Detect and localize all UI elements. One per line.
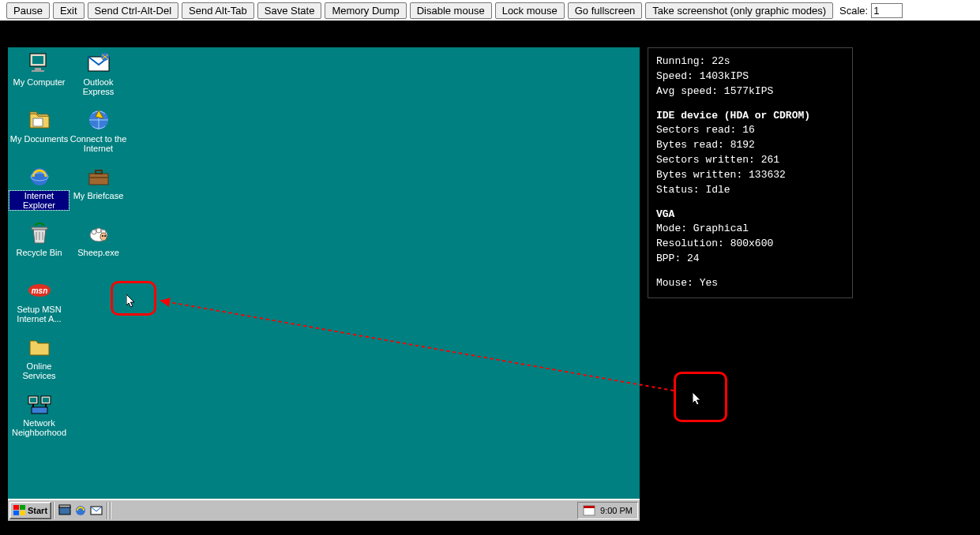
sectors-written-label: Sectors written: xyxy=(656,154,755,166)
scale-input[interactable] xyxy=(871,3,903,18)
send-ctrl-alt-del-button[interactable]: Send Ctrl-Alt-Del xyxy=(88,2,179,19)
internet-explorer-icon[interactable]: Internet Explorer xyxy=(9,163,69,219)
my-documents-icon[interactable]: My Documents xyxy=(9,106,69,163)
lock-mouse-button[interactable]: Lock mouse xyxy=(495,2,565,19)
scheduler-tray-icon[interactable] xyxy=(583,504,595,517)
outlook-ql-icon[interactable] xyxy=(88,503,104,518)
speed-label: Speed: xyxy=(656,70,693,82)
connect-internet-icon[interactable]: Connect to the Internet xyxy=(69,106,128,163)
bytes-written-label: Bytes written: xyxy=(656,169,742,181)
network-neighborhood-icon[interactable]: Network Neighborhood xyxy=(9,390,69,447)
send-alt-tab-button[interactable]: Send Alt-Tab xyxy=(182,2,254,19)
my-computer-icon-label: My Computer xyxy=(13,77,65,87)
exit-button[interactable]: Exit xyxy=(53,2,84,19)
my-computer-icon[interactable]: My Computer xyxy=(9,49,69,106)
svg-rect-2 xyxy=(35,68,41,70)
recycle-bin-icon[interactable]: Recycle Bin xyxy=(9,219,69,276)
bpp-value: 24 xyxy=(687,253,700,264)
svg-rect-24 xyxy=(30,398,36,402)
outlook-express-icon-label: Outlook Express xyxy=(69,77,128,96)
running-label: Running: xyxy=(656,55,705,67)
svg-point-19 xyxy=(102,235,103,237)
svg-rect-26 xyxy=(43,398,49,402)
windows-flag-icon xyxy=(13,505,26,516)
svg-rect-13 xyxy=(32,227,47,230)
svg-rect-6 xyxy=(33,118,43,126)
recycle-bin-icon-label: Recycle Bin xyxy=(16,248,62,257)
svg-rect-12 xyxy=(89,177,108,178)
my-documents-icon-label: My Documents xyxy=(10,134,68,144)
emulator-toolbar: Pause Exit Send Ctrl-Alt-Del Send Alt-Ta… xyxy=(0,0,980,21)
internet-explorer-icon-glyph xyxy=(27,164,52,189)
mouse-label: Mouse: xyxy=(656,277,693,289)
sheep-exe-icon-label: Sheep.exe xyxy=(77,248,119,257)
recycle-bin-icon-glyph xyxy=(27,221,52,246)
svg-point-15 xyxy=(92,230,96,234)
running-value: 22s xyxy=(712,55,730,67)
msn-setup-icon-glyph: msn xyxy=(27,278,52,303)
system-tray[interactable]: 9:00 PM xyxy=(577,502,638,519)
taskbar-clock: 9:00 PM xyxy=(600,506,633,515)
save-state-button[interactable]: Save State xyxy=(257,2,322,19)
bytes-read-label: Bytes read: xyxy=(656,139,724,151)
svg-rect-37 xyxy=(584,506,595,508)
vm-screen[interactable]: My ComputerOutlook ExpressMy DocumentsCo… xyxy=(8,47,640,521)
show-desktop-ql-icon[interactable] xyxy=(57,503,73,518)
pause-button[interactable]: Pause xyxy=(6,2,50,19)
internet-explorer-icon-label: Internet Explorer xyxy=(9,191,69,210)
resolution-label: Resolution: xyxy=(656,238,724,249)
svg-rect-31 xyxy=(20,511,25,515)
msn-setup-icon-label: Setup MSN Internet A... xyxy=(9,305,69,324)
svg-rect-11 xyxy=(96,170,102,174)
sheep-exe-icon-glyph xyxy=(86,221,111,246)
resolution-value: 800x600 xyxy=(730,238,774,249)
online-services-icon-label: Online Services xyxy=(9,361,69,380)
mode-value: Graphical xyxy=(693,223,749,234)
my-computer-icon-glyph xyxy=(27,51,52,76)
svg-rect-3 xyxy=(32,70,44,72)
my-briefcase-icon[interactable]: My Briefcase xyxy=(69,163,128,219)
ie-ql-icon[interactable] xyxy=(73,503,88,518)
start-label: Start xyxy=(28,506,47,515)
scale-label: Scale: xyxy=(839,5,868,17)
windows-desktop[interactable]: My ComputerOutlook ExpressMy DocumentsCo… xyxy=(8,47,640,521)
take-screenshot-button[interactable]: Take screenshot (only graphic modes) xyxy=(645,2,833,19)
svg-point-16 xyxy=(96,228,101,233)
mode-label: Mode: xyxy=(656,223,687,234)
avg-speed-value: 1577kIPS xyxy=(724,85,773,97)
avg-speed-label: Avg speed: xyxy=(656,85,718,97)
outlook-express-icon[interactable]: Outlook Express xyxy=(69,49,128,106)
status-label: Status: xyxy=(656,184,700,196)
bpp-label: BPP: xyxy=(656,253,681,264)
connect-internet-icon-glyph xyxy=(86,107,111,133)
svg-rect-29 xyxy=(20,505,25,510)
disable-mouse-button[interactable]: Disable mouse xyxy=(410,2,492,19)
svg-rect-30 xyxy=(13,511,19,515)
svg-rect-33 xyxy=(59,505,70,507)
go-fullscreen-button[interactable]: Go fullscreen xyxy=(568,2,643,19)
my-briefcase-icon-glyph xyxy=(86,164,111,189)
svg-rect-28 xyxy=(13,505,19,510)
network-neighborhood-icon-glyph xyxy=(27,391,52,417)
vga-header: VGA xyxy=(656,208,844,223)
speed-value: 1403kIPS xyxy=(700,70,749,82)
connect-internet-icon-label: Connect to the Internet xyxy=(69,134,128,153)
svg-rect-1 xyxy=(32,56,43,64)
sheep-exe-icon[interactable]: Sheep.exe xyxy=(69,219,128,276)
bytes-read-value: 8192 xyxy=(730,139,755,151)
svg-point-20 xyxy=(104,235,106,237)
my-briefcase-icon-label: My Briefcase xyxy=(73,191,124,200)
start-button[interactable]: Start xyxy=(9,502,51,519)
svg-rect-10 xyxy=(89,174,108,185)
online-services-icon-glyph xyxy=(27,335,52,360)
annotation-highlight-host-cursor xyxy=(674,372,727,422)
mouse-value: Yes xyxy=(700,277,718,289)
msn-setup-icon[interactable]: msnSetup MSN Internet A... xyxy=(9,276,69,333)
memory-dump-button[interactable]: Memory Dump xyxy=(325,2,406,19)
quick-launch xyxy=(53,502,108,519)
online-services-icon[interactable]: Online Services xyxy=(9,333,69,390)
taskbar: Start 9:00 PM xyxy=(8,499,640,521)
svg-point-18 xyxy=(100,233,107,241)
sectors-written-value: 261 xyxy=(761,154,779,166)
my-documents-icon-glyph xyxy=(27,107,52,133)
